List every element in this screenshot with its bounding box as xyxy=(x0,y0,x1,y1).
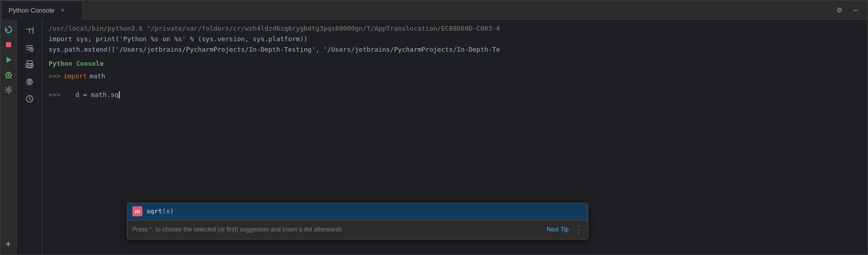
svg-rect-12 xyxy=(27,61,32,64)
import-identifier: math xyxy=(89,71,105,82)
autocomplete-hint-bar: Press ^. to choose the selected (or firs… xyxy=(127,220,588,239)
autocomplete-dropdown: m sqrt(x) Press ^. to choose the selecte… xyxy=(127,203,588,239)
svg-marker-1 xyxy=(7,57,12,63)
settings-list-tool-button[interactable] xyxy=(23,41,37,55)
input-line: >>> d = math.sq xyxy=(49,90,861,100)
prompt-2: >>> xyxy=(49,90,60,100)
rerun-button[interactable] xyxy=(2,23,16,37)
input-spacing xyxy=(63,90,71,100)
console-text-2: import sys; print('Python %s on %s' % (s… xyxy=(49,35,308,43)
main-content: + xyxy=(1,20,867,254)
settings-button[interactable] xyxy=(2,83,16,97)
autocomplete-item-icon: m xyxy=(132,206,142,216)
import-keyword: import xyxy=(63,71,87,82)
text-cursor xyxy=(119,91,120,98)
python-console-tab[interactable]: Python Console × xyxy=(3,1,83,20)
import-line: >>> import math xyxy=(49,71,861,82)
next-tip-link[interactable]: Next Tip xyxy=(547,225,569,234)
python-console-header: Python Console xyxy=(49,59,861,69)
svg-line-11 xyxy=(32,50,32,50)
autocomplete-rest-text: (x) xyxy=(162,207,173,215)
svg-point-3 xyxy=(8,74,10,76)
add-button[interactable]: + xyxy=(2,236,16,250)
prompt-1: >>> xyxy=(49,71,60,82)
python-console-window: Python Console × ⚙ — xyxy=(0,0,868,255)
history-tool-button[interactable] xyxy=(23,92,37,106)
gear-icon: ⚙ xyxy=(837,5,842,15)
hint-text: Press ^. to choose the selected (or firs… xyxy=(132,225,544,234)
tab-title: Python Console xyxy=(9,7,55,14)
tab-bar-right: ⚙ — xyxy=(833,4,867,16)
minimize-button[interactable]: — xyxy=(849,4,861,16)
console-line-1: /usr/local/bin/python3.6 "/private/var/f… xyxy=(49,24,861,34)
print-tool-button[interactable] xyxy=(23,58,37,72)
console-area[interactable]: /usr/local/bin/python3.6 "/private/var/f… xyxy=(43,20,867,254)
autocomplete-item-text: sqrt(x) xyxy=(146,206,174,217)
console-line-2: import sys; print('Python %s on %s' % (s… xyxy=(49,34,861,45)
svg-rect-0 xyxy=(6,42,11,47)
minimize-icon: — xyxy=(853,5,858,15)
gear-button[interactable]: ⚙ xyxy=(833,4,845,16)
tool-column xyxy=(17,20,43,254)
svg-point-16 xyxy=(29,81,31,83)
tab-bar-left: Python Console × xyxy=(3,1,83,20)
hint-menu-icon[interactable]: ⋮ xyxy=(575,223,583,236)
input-text: d = math.sq xyxy=(75,90,118,100)
console-line-3: sys.path.extend(['/Users/jetbrains/Pycha… xyxy=(49,45,861,55)
autocomplete-bold-text: sqrt xyxy=(146,207,162,215)
debug-button[interactable] xyxy=(2,68,16,82)
run-button[interactable] xyxy=(2,53,16,67)
left-sidebar: + xyxy=(1,20,17,254)
watch-tool-button[interactable] xyxy=(23,75,37,89)
svg-point-15 xyxy=(32,65,33,66)
svg-point-4 xyxy=(7,89,10,91)
autocomplete-item[interactable]: m sqrt(x) xyxy=(127,203,588,220)
restore-tool-button[interactable] xyxy=(23,24,37,38)
stop-button[interactable] xyxy=(2,38,16,52)
tab-bar: Python Console × ⚙ — xyxy=(1,1,867,20)
tab-close-button[interactable]: × xyxy=(59,6,67,14)
